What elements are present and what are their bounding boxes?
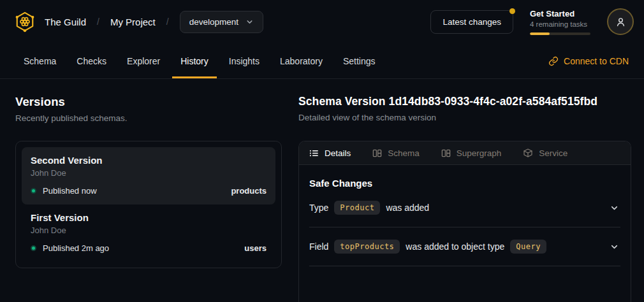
link-icon [548,56,559,66]
detail-tab-schema[interactable]: Schema [372,148,420,158]
chevron-down-icon [610,203,619,213]
environment-selector[interactable]: development [180,11,263,33]
user-avatar[interactable] [607,8,634,35]
version-status: Published now [43,186,97,196]
change-text: Type [309,203,328,213]
safe-changes-title: Safe Changes [309,178,620,189]
detail-tab-details[interactable]: Details [309,148,351,158]
change-code-badge: Query [510,240,546,254]
chevron-down-icon [245,18,254,26]
chevron-down-icon [610,242,619,252]
tab-checks[interactable]: Checks [68,43,115,78]
progress-fill [530,32,550,35]
user-icon [615,17,626,27]
tab-schema[interactable]: Schema [15,43,64,78]
tab-settings[interactable]: Settings [335,43,384,78]
detail-tab-label: Service [539,148,567,158]
versions-list: Second Version John Doe Published now pr… [15,141,282,268]
app-header: The Guild / My Project / development Lat… [0,0,644,43]
published-dot-icon [31,188,36,194]
version-author: John Doe [31,226,267,235]
guild-logo-icon[interactable] [14,11,36,32]
published-dot-icon [31,245,36,251]
primary-nav: Schema Checks Explorer History Insights … [0,43,644,79]
main-content: Versions Recently published schemas. Sec… [0,79,644,302]
progress-bar [530,32,590,35]
get-started-title: Get Started [530,9,590,18]
detail-tab-label: Schema [388,148,420,158]
connect-to-cdn-link[interactable]: Connect to CDN [548,43,629,78]
detail-tab-label: Details [325,148,351,158]
breadcrumb-organization[interactable]: The Guild [45,17,86,27]
latest-changes-button[interactable]: Latest changes [430,10,513,34]
detail-tab-service[interactable]: Service [523,148,567,158]
environment-label: development [189,17,238,27]
change-code-badge: Product [334,201,380,215]
change-row[interactable]: Type Product was added [309,189,620,227]
columns-icon [372,148,382,158]
header-actions: Latest changes Get Started 4 remaining t… [430,8,634,35]
detail-tab-supergraph[interactable]: Supergraph [441,148,502,158]
change-text: Field [309,241,328,252]
tab-history[interactable]: History [172,43,217,78]
tab-insights[interactable]: Insights [221,43,268,78]
detail-tab-label: Supergraph [457,148,502,158]
tab-laboratory[interactable]: Laboratory [272,43,331,78]
version-detail-card: Details Schema Super [298,141,631,302]
version-list-item[interactable]: Second Version John Doe Published now pr… [22,147,275,205]
version-status: Published 2m ago [43,243,109,253]
versions-section: Versions Recently published schemas. Sec… [15,95,282,302]
connect-to-cdn-label: Connect to CDN [564,56,629,66]
get-started-subtitle: 4 remaining tasks [530,20,590,28]
detail-tab-bar: Details Schema Super [299,141,631,165]
version-author: John Doe [31,168,267,178]
schema-version-title: Schema Version 1d14db83-0933-4f4c-a02f-a… [298,95,631,108]
version-service: users [244,243,267,253]
get-started-widget[interactable]: Get Started 4 remaining tasks [530,9,590,35]
columns-icon [441,148,451,158]
change-code-badge: topProducts [334,240,400,254]
schema-version-subtitle: Detailed view of the schema version [298,113,631,122]
version-list-item[interactable]: First Version John Doe Published 2m ago … [22,205,275,262]
version-detail-section: Schema Version 1d14db83-0933-4f4c-a02f-a… [298,95,631,302]
latest-changes-label: Latest changes [443,17,501,27]
notification-dot-icon [509,8,515,14]
change-text: was added to object type [406,241,504,252]
list-icon [309,148,319,158]
version-title: First Version [31,212,267,223]
breadcrumb-separator: / [166,17,169,27]
breadcrumb: The Guild / My Project / development [45,11,263,33]
detail-content: Safe Changes Type Product was added Fiel… [299,165,631,279]
change-row[interactable]: Field topProducts was added to object ty… [309,227,620,266]
version-service: products [231,186,267,196]
breadcrumb-separator: / [97,17,99,27]
versions-title: Versions [15,95,282,109]
version-title: Second Version [31,155,267,166]
breadcrumb-project[interactable]: My Project [110,17,156,27]
versions-subtitle: Recently published schemas. [15,113,282,123]
cube-icon [523,148,533,158]
change-text: was added [386,203,429,213]
tab-explorer[interactable]: Explorer [119,43,168,78]
